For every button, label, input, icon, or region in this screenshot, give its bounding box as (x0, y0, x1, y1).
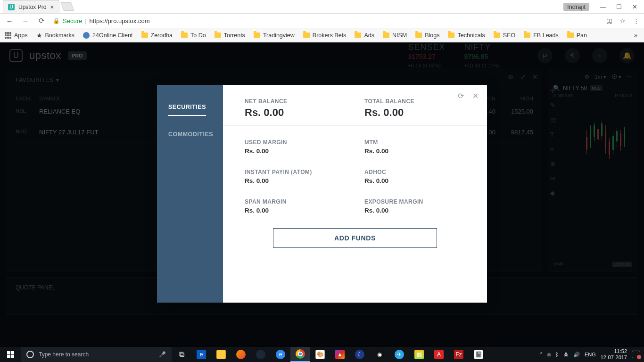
exposure-margin-value: Rs. 0.00 (364, 207, 465, 214)
lock-icon: 🔒 (53, 17, 60, 24)
tray-up-icon[interactable]: ˄ (540, 352, 543, 358)
span-margin-value: Rs. 0.00 (245, 207, 346, 214)
browser-menu-icon[interactable]: ⋮ (633, 17, 639, 25)
funds-modal: SECURITIES COMMODITIES ⟳ ✕ NET BALANCE R… (157, 85, 487, 303)
tab-favicon: U (8, 4, 15, 10)
app-root: U upstox PRO SENSEX 31753.27 +6.18 (0.02… (0, 42, 644, 362)
modal-tab-commodities[interactable]: COMMODITIES (168, 126, 223, 142)
tray-dropbox-icon[interactable]: ⧈ (547, 352, 551, 358)
app-explorer-icon[interactable] (211, 347, 231, 362)
bookmark-item[interactable]: SEO (494, 32, 515, 39)
tray-network-icon[interactable]: 🖧 (563, 352, 569, 357)
app-obs-icon[interactable]: ◉ (370, 347, 389, 362)
browser-urlbar: ← → ⟳ 🔒 Secure | https://pro.upstox.com … (0, 13, 644, 28)
url-text[interactable]: https://pro.upstox.com (90, 17, 150, 25)
add-funds-button[interactable]: ADD FUNDS (273, 228, 437, 248)
nav-back-icon[interactable]: ← (5, 17, 14, 25)
app-stack-icon[interactable]: ▦ (409, 347, 429, 362)
span-margin-label: SPAN MARGIN (245, 198, 346, 205)
app-edge-icon[interactable]: e (191, 347, 211, 362)
bookmark-page-icon[interactable]: 🕮 (606, 17, 612, 25)
tray-language[interactable]: ENG (585, 352, 596, 357)
bookmark-item[interactable]: Brokers Bets (303, 32, 347, 39)
app-moon-icon[interactable]: ☾ (350, 347, 370, 362)
action-center-icon[interactable] (632, 351, 640, 358)
used-margin-value: Rs. 0.00 (245, 148, 346, 155)
browser-titlebar: U Upstox Pro × Indrajit — ☐ ✕ (0, 0, 644, 13)
instant-payin-label: INSTANT PAYIN (ATOM) (245, 169, 346, 175)
nav-reload-icon[interactable]: ⟳ (37, 16, 46, 25)
mtm-label: MTM (364, 139, 465, 146)
app-filezilla-icon[interactable]: Fz (449, 347, 469, 362)
used-margin-label: USED MARGIN (245, 139, 346, 146)
bookmarks-overflow-icon[interactable]: » (634, 32, 637, 39)
app-acrobat-icon[interactable]: A (429, 347, 449, 362)
apps-shortcut[interactable]: Apps (5, 32, 28, 39)
chrome-user-badge[interactable]: Indrajit (563, 3, 589, 11)
url-security: 🔒 Secure | https://pro.upstox.com (53, 17, 150, 25)
modal-tab-securities[interactable]: SECURITIES (168, 99, 206, 116)
search-placeholder: Type here to search (39, 351, 89, 358)
system-tray: ˄ ⧈ ᛒ 🖧 🔊 ENG 11:52 12-07-2017 (540, 348, 644, 360)
taskbar-apps: ⧉ e e 🎨 ▲ ☾ ◉ ✈ ▦ A Fz 📓 (172, 347, 488, 362)
net-balance-value: Rs. 0.00 (245, 107, 346, 119)
bookmark-item[interactable]: Ads (355, 32, 374, 39)
bookmark-item[interactable]: Pan (567, 32, 587, 39)
bookmark-item[interactable]: NISM (383, 32, 407, 39)
total-balance-value: Rs. 0.00 (364, 107, 465, 119)
app-firefox-icon[interactable] (231, 347, 251, 362)
mtm-value: Rs. 0.00 (364, 148, 465, 155)
bookmarks-folder[interactable]: ★Bookmarks (36, 32, 75, 39)
bookmark-item[interactable]: Tradingview (254, 32, 295, 39)
app-chrome-icon[interactable] (290, 347, 310, 362)
taskbar-search[interactable]: Type here to search 🎤 (21, 347, 172, 362)
bookmarks-bar: Apps ★Bookmarks 24Online Client Zerodha … (0, 28, 644, 42)
app-telegram-icon[interactable]: ✈ (389, 347, 409, 362)
tray-volume-icon[interactable]: 🔊 (573, 352, 580, 358)
taskview-icon[interactable]: ⧉ (172, 347, 191, 362)
star-icon: ★ (36, 32, 42, 39)
window-close-icon[interactable]: ✕ (632, 3, 637, 10)
mic-icon[interactable]: 🎤 (159, 351, 166, 358)
net-balance-label: NET BALANCE (245, 98, 346, 105)
window-maximize-icon[interactable]: ☐ (616, 3, 622, 10)
nav-forward-icon[interactable]: → (21, 17, 30, 25)
close-icon[interactable]: ✕ (472, 91, 479, 100)
star-icon[interactable]: ☆ (620, 17, 626, 25)
cortana-icon (26, 351, 34, 358)
total-balance-label: TOTAL BALANCE (364, 98, 465, 105)
bookmark-item[interactable]: Torrents (215, 32, 245, 39)
bookmark-item[interactable]: 24Online Client (83, 32, 132, 39)
app-paint-icon[interactable]: 🎨 (310, 347, 330, 362)
app-steam-icon[interactable] (251, 347, 271, 362)
app-affinity-icon[interactable]: ▲ (330, 347, 350, 362)
adhoc-value: Rs. 0.00 (364, 177, 465, 184)
new-tab-button[interactable] (60, 2, 74, 11)
browser-tab[interactable]: U Upstox Pro × (3, 0, 59, 13)
windows-taskbar: Type here to search 🎤 ⧉ e e 🎨 ▲ ☾ ◉ ✈ ▦ … (0, 347, 644, 362)
bookmark-item[interactable]: To Do (181, 32, 206, 39)
modal-sidebar: SECURITIES COMMODITIES (157, 85, 223, 303)
bookmark-item[interactable]: Blogs (415, 32, 439, 39)
app-ie-icon[interactable]: e (271, 347, 290, 362)
tray-clock[interactable]: 11:52 12-07-2017 (601, 348, 627, 360)
exposure-margin-label: EXPOSURE MARGIN (364, 198, 465, 205)
instant-payin-value: Rs. 0.00 (245, 177, 346, 184)
tab-title: Upstox Pro (18, 4, 46, 10)
bookmark-item[interactable]: Zerodha (141, 32, 173, 39)
tab-close-icon[interactable]: × (50, 3, 54, 11)
window-minimize-icon[interactable]: — (600, 3, 606, 10)
app-notepad-icon[interactable]: 📓 (469, 347, 488, 362)
adhoc-label: ADHOC (364, 169, 465, 175)
bookmark-item[interactable]: Technicals (448, 32, 485, 39)
refresh-icon[interactable]: ⟳ (458, 91, 464, 100)
modal-body: ⟳ ✕ NET BALANCE Rs. 0.00 TOTAL BALANCE R… (223, 85, 487, 303)
secure-label: Secure (63, 17, 82, 25)
bookmark-item[interactable]: FB Leads (524, 32, 559, 39)
tray-bluetooth-icon[interactable]: ᛒ (555, 352, 559, 357)
start-button[interactable] (0, 347, 21, 362)
window-controls: Indrajit — ☐ ✕ (563, 3, 644, 11)
